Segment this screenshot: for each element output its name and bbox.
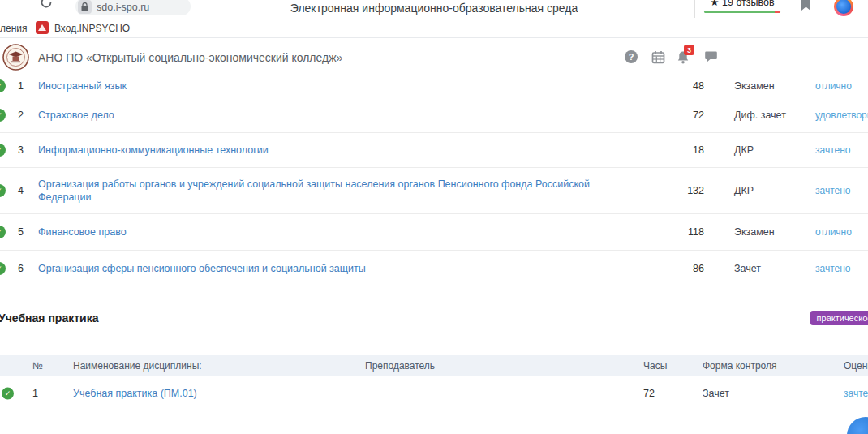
hours-value: 86 bbox=[598, 263, 704, 274]
grades-table: ✓ 1 Иностранный язык 48 Экзамен отлично … bbox=[0, 75, 868, 286]
table-row: ✓ 3 Информационно-коммуникационные техно… bbox=[0, 133, 868, 168]
browser-toolbar: sdo.i-spo.ru Электронная информационно-о… bbox=[0, 0, 868, 18]
college-name: АНО ПО «Открытый социально-экономический… bbox=[38, 39, 342, 75]
header-discipline: Наименование дисциплины: bbox=[73, 360, 202, 372]
control-form: Экзамен bbox=[734, 226, 823, 238]
grade-link[interactable]: зачтено bbox=[815, 144, 851, 156]
discipline-link[interactable]: Организация сферы пенсионного обеспечени… bbox=[38, 262, 598, 275]
hours-value: 132 bbox=[598, 185, 704, 196]
status-check-icon: ✓ bbox=[0, 226, 6, 238]
discipline-link[interactable]: Учебная практика (ПМ.01) bbox=[73, 388, 357, 399]
college-logo[interactable] bbox=[2, 44, 29, 71]
row-number: 1 bbox=[32, 388, 38, 399]
status-check-icon: ✓ bbox=[0, 79, 6, 92]
grade-link[interactable]: зачтено bbox=[844, 388, 868, 399]
rating-bar bbox=[704, 11, 780, 13]
status-check-icon: ✓ bbox=[0, 184, 6, 197]
header-number: № bbox=[32, 360, 43, 372]
row-number: 2 bbox=[18, 110, 24, 121]
control-form: ДКР bbox=[734, 185, 823, 196]
control-form: Диф. зачет bbox=[734, 110, 823, 121]
discipline-link[interactable]: Страховое дело bbox=[38, 109, 598, 122]
help-icon[interactable]: ? bbox=[625, 50, 638, 63]
control-form: ДКР bbox=[734, 144, 823, 156]
header-teacher: Преподаватель bbox=[365, 360, 435, 372]
chat-icon[interactable] bbox=[704, 50, 718, 63]
bookmark-ribbon-icon[interactable] bbox=[801, 0, 811, 11]
bookmark-item[interactable]: Вход.INPSYCHO bbox=[54, 23, 130, 34]
status-check-icon: ✓ bbox=[0, 262, 6, 275]
control-form: Зачет bbox=[703, 388, 800, 399]
hours-value: 72 bbox=[598, 110, 704, 121]
row-number: 3 bbox=[18, 144, 24, 156]
table-row: ✓ 4 Организация работы органов и учрежде… bbox=[0, 168, 868, 214]
reviews-button[interactable]: ★ 19 отзывов bbox=[699, 0, 785, 18]
grade-link[interactable]: зачтено bbox=[815, 185, 851, 196]
table-row: ✓ 5 Финансовое право 118 Экзамен отлично bbox=[0, 214, 868, 251]
grade-link[interactable]: отлично bbox=[815, 80, 852, 92]
browser-window: sdo.i-spo.ru Электронная информационно-о… bbox=[0, 0, 868, 434]
toolbar-divider bbox=[694, 0, 695, 18]
practice-table: ✓ 1 Учебная практика (ПМ.01) 72 Зачет за… bbox=[0, 376, 868, 410]
header-control-form: Форма контроля bbox=[703, 360, 777, 372]
discipline-link[interactable]: Иностранный язык bbox=[38, 79, 598, 92]
grade-link[interactable]: отлично bbox=[815, 226, 852, 238]
bookmark-favicon bbox=[36, 21, 49, 34]
control-form: Экзамен bbox=[734, 80, 823, 92]
hours-value: 118 bbox=[598, 226, 704, 238]
control-form: Зачет bbox=[734, 263, 823, 274]
row-number: 4 bbox=[18, 185, 24, 196]
chat-fab-button[interactable] bbox=[847, 417, 868, 434]
practice-table-header: № Наименование дисциплины: Преподаватель… bbox=[0, 355, 868, 376]
row-number: 6 bbox=[18, 263, 24, 274]
status-check-icon: ✓ bbox=[0, 144, 6, 157]
header-grade: Оценка bbox=[844, 360, 868, 372]
bookmarks-bar: ления Вход.INPSYCHO bbox=[0, 18, 868, 38]
table-row: ✓ 2 Страховое дело 72 Диф. зачет удовлет… bbox=[0, 97, 868, 133]
grade-link[interactable]: зачтено bbox=[815, 263, 851, 274]
toolbar-divider bbox=[789, 0, 789, 18]
header-hours: Часы bbox=[643, 360, 667, 372]
bookmark-item-truncated[interactable]: ления bbox=[0, 23, 28, 34]
site-header: АНО ПО «Открытый социально-экономический… bbox=[0, 39, 868, 75]
hours-value: 72 bbox=[643, 388, 655, 399]
hours-value: 18 bbox=[598, 144, 704, 156]
section-title: Учебная практика bbox=[0, 312, 98, 324]
discipline-link[interactable]: Организация работы органов и учреждений … bbox=[38, 178, 598, 204]
practice-badge: практическое bbox=[810, 311, 868, 325]
reviews-label: ★ 19 отзывов bbox=[699, 0, 785, 8]
hours-value: 48 bbox=[598, 80, 704, 92]
table-row: ✓ 1 Учебная практика (ПМ.01) 72 Зачет за… bbox=[0, 376, 868, 410]
row-number: 1 bbox=[18, 80, 24, 92]
discipline-link[interactable]: Финансовое право bbox=[38, 226, 598, 238]
row-number: 5 bbox=[18, 226, 24, 238]
table-row: ✓ 1 Иностранный язык 48 Экзамен отлично bbox=[0, 75, 868, 97]
rating-bar-negative bbox=[775, 11, 780, 13]
grade-link[interactable]: удовлетворительно bbox=[815, 110, 868, 121]
table-row: ✓ 6 Организация сферы пенсионного обеспе… bbox=[0, 251, 868, 286]
status-check-icon: ✓ bbox=[2, 387, 14, 399]
calendar-icon[interactable] bbox=[651, 50, 665, 64]
discipline-link[interactable]: Информационно-коммуникационные технологи… bbox=[38, 144, 598, 157]
status-check-icon: ✓ bbox=[0, 109, 6, 122]
notification-badge: 3 bbox=[684, 45, 694, 55]
